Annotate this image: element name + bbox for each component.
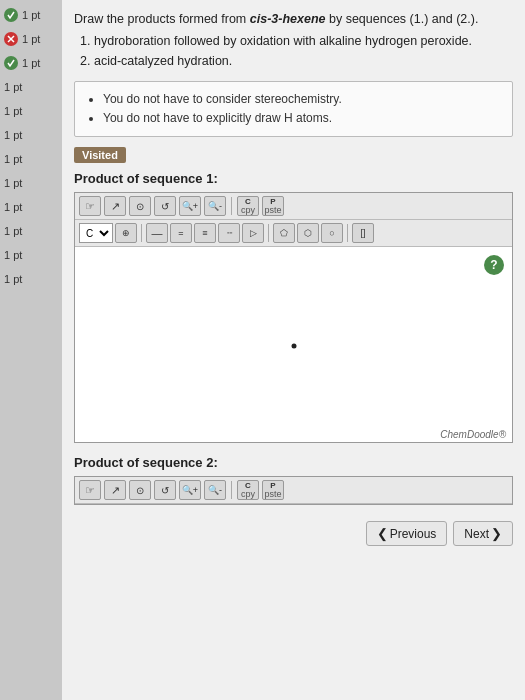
hand-icon-2: ☞ [85, 484, 95, 497]
add-charge-1[interactable]: ⊕ [115, 223, 137, 243]
chemdoodle-2: ☞ ↗ ⊙ ↺ 🔍+ 🔍- C cpy P [74, 476, 513, 505]
zoom-in-tool-1[interactable]: 🔍+ [179, 196, 201, 216]
sidebar-label-2: 1 pt [22, 57, 40, 69]
separator-3 [268, 224, 269, 242]
wedge-bond-icon: ▷ [250, 228, 257, 238]
sidebar-label-1: 1 pt [22, 33, 40, 45]
bond-double-1[interactable]: = [170, 223, 192, 243]
next-label: Next [464, 527, 489, 541]
paste-tool-2[interactable]: P pste [262, 480, 284, 500]
hint-2: You do not have to explicitly draw H ato… [103, 109, 500, 128]
sequence1-label: Product of sequence 1: [74, 171, 513, 186]
sidebar-label-6: 1 pt [4, 153, 22, 165]
rotate-tool-1[interactable]: ↺ [154, 196, 176, 216]
double-bond-icon: = [178, 229, 183, 238]
element-select-1[interactable]: C N O H [79, 223, 113, 243]
step-2: acid-catalyzed hydration. [94, 53, 513, 71]
chemdoodle-watermark-1: ChemDoodle® [75, 427, 512, 442]
lasso-tool-1[interactable]: ⊙ [129, 196, 151, 216]
toolbar-bottom-1: C N O H ⊕ — = ≡ ╌ ▷ [75, 220, 512, 247]
bond-single-1[interactable]: — [146, 223, 168, 243]
zoom-in-icon-2: 🔍+ [182, 485, 198, 495]
arrow-icon: ↗ [111, 200, 120, 213]
next-chevron-icon: ❯ [491, 526, 502, 541]
canvas-dot-1 [291, 344, 296, 349]
toolbar-top-1: ☞ ↗ ⊙ ↺ 🔍+ 🔍- C cpy P [75, 193, 512, 220]
sidebar-item-5[interactable]: 1 pt [0, 124, 62, 146]
rotate-icon-2: ↺ [161, 485, 169, 496]
paste-tool-1[interactable]: P pste [262, 196, 284, 216]
hand-icon: ☞ [85, 200, 95, 213]
hand-tool-1[interactable]: ☞ [79, 196, 101, 216]
sidebar-item-6[interactable]: 1 pt [0, 148, 62, 170]
zoom-out-tool-1[interactable]: 🔍- [204, 196, 226, 216]
bond-triple-1[interactable]: ≡ [194, 223, 216, 243]
zoom-in-icon: 🔍+ [182, 201, 198, 211]
previous-button[interactable]: ❮ Previous [366, 521, 448, 546]
sidebar-item-9[interactable]: 1 pt [0, 220, 62, 242]
arrow-icon-2: ↗ [111, 484, 120, 497]
sidebar-label-5: 1 pt [4, 129, 22, 141]
sidebar-label-3: 1 pt [4, 81, 22, 93]
sidebar-label-10: 1 pt [4, 249, 22, 261]
question-text: Draw the products formed from cis-3-hexe… [74, 10, 513, 71]
sequence2-label: Product of sequence 2: [74, 455, 513, 470]
sidebar-label-4: 1 pt [4, 105, 22, 117]
help-icon-1[interactable]: ? [484, 255, 504, 275]
bond-wedge-1[interactable]: ▷ [242, 223, 264, 243]
chemdoodle-canvas-1[interactable]: ? [75, 247, 512, 427]
chemdoodle-1: ☞ ↗ ⊙ ↺ 🔍+ 🔍- C cpy P [74, 192, 513, 443]
rotate-tool-2[interactable]: ↺ [154, 480, 176, 500]
copy-tool-2[interactable]: C cpy [237, 480, 259, 500]
hint-box: You do not have to consider stereochemis… [74, 81, 513, 137]
next-button[interactable]: Next ❯ [453, 521, 513, 546]
sidebar-item-8[interactable]: 1 pt [0, 196, 62, 218]
sidebar: 1 pt 1 pt 1 pt 1 pt 1 pt 1 pt 1 pt 1 pt … [0, 0, 62, 700]
sidebar-item-11[interactable]: 1 pt [0, 268, 62, 290]
rotate-icon: ↺ [161, 201, 169, 212]
sidebar-item-2[interactable]: 1 pt [0, 52, 62, 74]
single-bond-icon: — [152, 227, 163, 239]
paste-label-2: pste [264, 490, 281, 499]
arrow-tool-2[interactable]: ↗ [104, 480, 126, 500]
arrow-tool-1[interactable]: ↗ [104, 196, 126, 216]
sidebar-item-3[interactable]: 1 pt [0, 76, 62, 98]
template-ring-1[interactable]: ○ [321, 223, 343, 243]
previous-chevron-icon: ❮ [377, 526, 388, 541]
charge-icon: ⊕ [122, 228, 130, 238]
ring-6-1[interactable]: ⬡ [297, 223, 319, 243]
main-content: Draw the products formed from cis-3-hexe… [62, 0, 525, 700]
visited-badge: Visited [74, 147, 126, 163]
compound-name: cis-3-hexene [250, 12, 326, 26]
separator-4 [347, 224, 348, 242]
sidebar-label-7: 1 pt [4, 177, 22, 189]
lasso-icon-2: ⊙ [136, 485, 144, 496]
copy-label: cpy [241, 206, 255, 215]
sidebar-item-7[interactable]: 1 pt [0, 172, 62, 194]
sidebar-item-0[interactable]: 1 pt [0, 4, 62, 26]
sidebar-label-8: 1 pt [4, 201, 22, 213]
bond-dashed-1[interactable]: ╌ [218, 223, 240, 243]
zoom-out-tool-2[interactable]: 🔍- [204, 480, 226, 500]
ring-5-1[interactable]: ⬠ [273, 223, 295, 243]
sidebar-item-1[interactable]: 1 pt [0, 28, 62, 50]
bracket-tool-1[interactable]: [ ] [352, 223, 374, 243]
paste-label: pste [264, 206, 281, 215]
question-instruction: Draw the products formed from cis-3-hexe… [74, 12, 478, 26]
lasso-tool-2[interactable]: ⊙ [129, 480, 151, 500]
x-icon-1 [4, 32, 18, 46]
copy-label-2: cpy [241, 490, 255, 499]
sidebar-item-10[interactable]: 1 pt [0, 244, 62, 266]
copy-tool-1[interactable]: C cpy [237, 196, 259, 216]
hand-tool-2[interactable]: ☞ [79, 480, 101, 500]
zoom-out-icon-2: 🔍- [208, 485, 222, 495]
lasso-icon: ⊙ [136, 201, 144, 212]
hint-1: You do not have to consider stereochemis… [103, 90, 500, 109]
separator-2 [141, 224, 142, 242]
toolbar-top-2: ☞ ↗ ⊙ ↺ 🔍+ 🔍- C cpy P [75, 477, 512, 504]
zoom-out-icon: 🔍- [208, 201, 222, 211]
zoom-in-tool-2[interactable]: 🔍+ [179, 480, 201, 500]
sidebar-item-4[interactable]: 1 pt [0, 100, 62, 122]
template-icon: ○ [329, 228, 334, 238]
hints-list: You do not have to consider stereochemis… [103, 90, 500, 128]
